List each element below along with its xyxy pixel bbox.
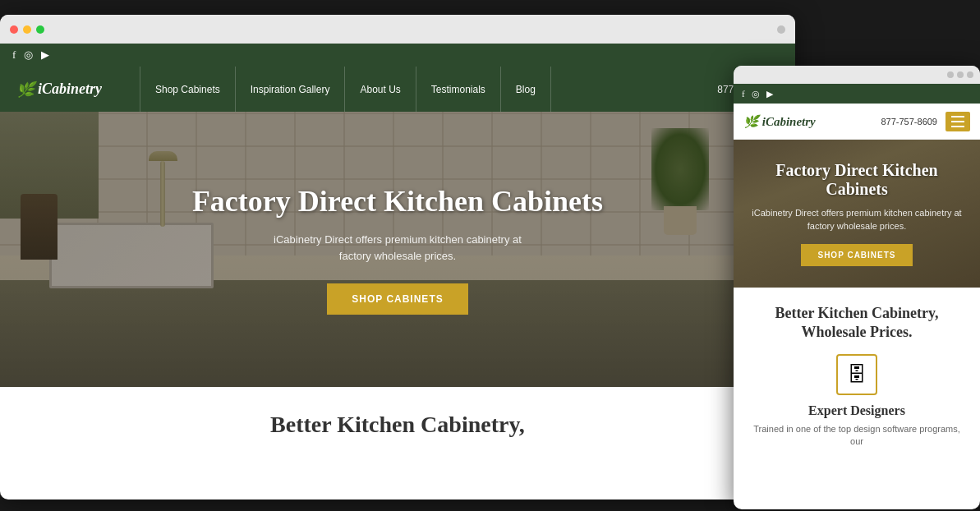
- browser-button-right: [777, 25, 785, 34]
- mobile-expert-text: Trained in one of the top design softwar…: [746, 423, 968, 449]
- mobile-dot-1: [947, 71, 954, 78]
- mobile-below-section: Better Kitchen Cabinetry, Wholesale Pric…: [734, 288, 980, 465]
- mobile-logo[interactable]: 🌿 iCabinetry: [743, 114, 881, 129]
- minimize-dot[interactable]: [23, 25, 31, 34]
- below-hero-title: Better Kitchen Cabinetry,: [16, 412, 779, 438]
- instagram-icon[interactable]: ◎: [24, 48, 33, 62]
- mobile-expert-title: Expert Designers: [746, 403, 968, 418]
- social-bar: f ◎ ▶: [0, 44, 795, 67]
- facebook-icon[interactable]: f: [12, 48, 16, 62]
- mobile-dot-2: [957, 71, 964, 78]
- mobile-hero-title: Factory Direct Kitchen Cabinets: [746, 161, 968, 199]
- mobile-hero-section: Factory Direct Kitchen Cabinets iCabinet…: [734, 140, 980, 288]
- mobile-youtube-icon[interactable]: ▶: [766, 89, 773, 99]
- mobile-hero-cta-button[interactable]: SHOP CABINETS: [801, 244, 912, 266]
- site-logo[interactable]: 🌿 iCabinetry: [16, 81, 115, 99]
- mobile-dot-3: [967, 71, 973, 78]
- mobile-hero-subtitle: iCabinetry Direct offers premium kitchen…: [746, 207, 968, 232]
- navigation-bar: 🌿 iCabinetry Shop Cabinets Inspiration G…: [0, 67, 795, 112]
- youtube-icon[interactable]: ▶: [41, 48, 49, 62]
- mobile-below-title: Better Kitchen Cabinetry, Wholesale Pric…: [746, 304, 968, 343]
- hero-section: Factory Direct Kitchen Cabinets iCabinet…: [0, 112, 795, 387]
- mobile-logo-leaf: 🌿: [743, 115, 759, 128]
- main-browser-window: f ◎ ▶ 🌿 iCabinetry Shop Cabinets Inspira…: [0, 15, 795, 499]
- mobile-logo-text: iCabinetry: [762, 115, 816, 128]
- site-content: f ◎ ▶ 🌿 iCabinetry Shop Cabinets Inspira…: [0, 44, 795, 499]
- below-hero-section: Better Kitchen Cabinetry,: [0, 387, 795, 446]
- mobile-chrome-bar: [734, 66, 980, 84]
- logo-text: iCabinetry: [38, 81, 102, 98]
- hamburger-line-1: [951, 116, 964, 117]
- hamburger-line-3: [951, 126, 964, 127]
- logo-leaf-icon: 🌿: [16, 81, 35, 99]
- hero-title: Factory Direct Kitchen Cabinets: [192, 184, 603, 219]
- mobile-social-bar: f ◎ ▶: [734, 84, 980, 104]
- mobile-hero-content: Factory Direct Kitchen Cabinets iCabinet…: [734, 161, 980, 266]
- hero-content: Factory Direct Kitchen Cabinets iCabinet…: [176, 184, 619, 315]
- hero-subtitle: iCabinetry Direct offers premium kitchen…: [266, 232, 529, 264]
- close-dot[interactable]: [10, 25, 18, 34]
- mobile-browser-window: f ◎ ▶ 🌿 iCabinetry 877-757-8609 Factory …: [734, 66, 980, 509]
- mobile-instagram-icon[interactable]: ◎: [752, 89, 760, 99]
- hero-cta-button[interactable]: SHOP CABINETS: [327, 283, 467, 315]
- cabinet-design-icon: [836, 354, 877, 395]
- browser-chrome-bar: [0, 15, 795, 44]
- hamburger-line-2: [951, 121, 964, 122]
- mobile-facebook-icon[interactable]: f: [742, 89, 745, 99]
- nav-shop-cabinets[interactable]: Shop Cabinets: [140, 67, 236, 112]
- maximize-dot[interactable]: [36, 25, 44, 34]
- nav-links-container: Shop Cabinets Inspiration Gallery About …: [140, 67, 701, 112]
- nav-inspiration-gallery[interactable]: Inspiration Gallery: [236, 67, 346, 112]
- nav-blog[interactable]: Blog: [501, 67, 551, 112]
- mobile-phone-number: 877-757-8609: [881, 117, 937, 127]
- mobile-nav-bar: 🌿 iCabinetry 877-757-8609: [734, 104, 980, 140]
- nav-testimonials[interactable]: Testimonials: [416, 67, 501, 112]
- mobile-icon-area: [746, 354, 968, 395]
- mobile-hamburger-button[interactable]: [945, 112, 970, 131]
- nav-about-us[interactable]: About Us: [345, 67, 416, 112]
